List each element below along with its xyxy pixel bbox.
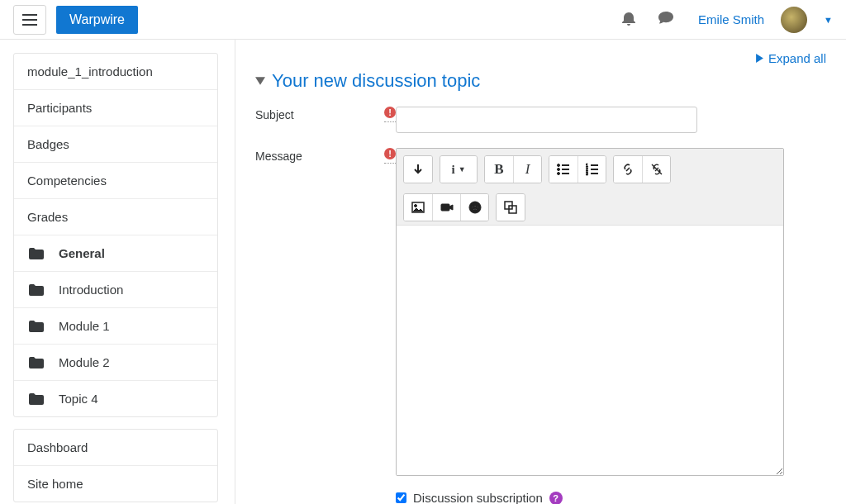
sidebar-item-module-intro[interactable]: module_1_introduction bbox=[14, 54, 217, 90]
user-name-link[interactable]: Emile Smith bbox=[698, 12, 764, 26]
toolbar-paragraph-dropdown[interactable]: i▼ bbox=[440, 156, 477, 183]
bullet-list-icon bbox=[557, 163, 570, 176]
nav-label: Introduction bbox=[59, 283, 123, 297]
chevron-down-icon bbox=[255, 76, 265, 86]
unlink-icon bbox=[650, 163, 663, 176]
section-toggle[interactable]: Your new discussion topic bbox=[255, 70, 826, 92]
info-icon: i bbox=[451, 163, 454, 177]
sidebar-item-topic-4[interactable]: Topic 4 bbox=[14, 381, 217, 416]
toolbar-warpwire-button[interactable]: W bbox=[460, 194, 488, 221]
nav-label: General bbox=[59, 246, 105, 260]
toolbar-embed-button[interactable] bbox=[497, 194, 525, 221]
folder-icon bbox=[29, 321, 44, 332]
toolbar-video-button[interactable] bbox=[432, 194, 460, 221]
svg-point-4 bbox=[558, 164, 560, 167]
italic-icon: I bbox=[525, 161, 530, 178]
nav-label: Module 2 bbox=[59, 355, 110, 369]
sidebar-item-grades[interactable]: Grades bbox=[14, 199, 217, 235]
editor-toolbar: i▼ B I 123 bbox=[397, 149, 783, 226]
sidebar-item-module-1[interactable]: Module 1 bbox=[14, 308, 217, 345]
folder-icon bbox=[29, 393, 44, 405]
hamburger-button[interactable] bbox=[13, 5, 46, 35]
avatar[interactable] bbox=[781, 7, 807, 33]
svg-rect-12 bbox=[441, 204, 449, 211]
subject-label: Subject bbox=[255, 108, 384, 121]
folder-icon bbox=[29, 284, 44, 296]
course-nav-panel: module_1_introduction Participants Badge… bbox=[13, 53, 218, 417]
toolbar-number-list-button[interactable]: 123 bbox=[577, 156, 606, 183]
sidebar-item-dashboard[interactable]: Dashboard bbox=[14, 430, 217, 466]
folder-icon bbox=[29, 248, 44, 259]
help-icon[interactable]: ? bbox=[549, 492, 563, 505]
image-icon bbox=[411, 201, 425, 214]
nav-label: Participants bbox=[27, 101, 92, 115]
nav-label: Module 1 bbox=[59, 319, 110, 333]
menu-icon bbox=[22, 14, 37, 26]
sidebar-item-badges[interactable]: Badges bbox=[14, 126, 217, 163]
expand-all-label: Expand all bbox=[768, 51, 826, 65]
nav-label: Topic 4 bbox=[59, 392, 98, 406]
sidebar-item-competencies[interactable]: Competencies bbox=[14, 163, 217, 199]
svg-text:W: W bbox=[472, 204, 478, 212]
subject-input[interactable] bbox=[396, 107, 697, 133]
toolbar-link-button[interactable] bbox=[614, 156, 642, 183]
section-title: Your new discussion topic bbox=[272, 70, 480, 92]
user-menu-caret[interactable]: ▼ bbox=[824, 15, 833, 25]
nav-label: module_1_introduction bbox=[27, 64, 153, 78]
svg-point-11 bbox=[415, 205, 417, 207]
embed-icon bbox=[504, 201, 517, 214]
toolbar-image-button[interactable] bbox=[404, 194, 432, 221]
expand-all-link[interactable]: Expand all bbox=[756, 51, 826, 65]
notifications-icon[interactable] bbox=[622, 11, 635, 28]
warpwire-icon: W bbox=[468, 201, 482, 214]
nav-label: Badges bbox=[27, 137, 69, 151]
chevron-right-icon bbox=[756, 54, 763, 63]
sidebar-item-site-home[interactable]: Site home bbox=[14, 466, 217, 502]
number-list-icon: 123 bbox=[586, 163, 599, 176]
link-icon bbox=[621, 163, 634, 176]
main-content: Expand all Your new discussion topic Sub… bbox=[235, 40, 846, 504]
svg-text:!: ! bbox=[388, 149, 392, 159]
discussion-subscription-checkbox[interactable] bbox=[396, 492, 406, 503]
folder-icon bbox=[29, 357, 44, 368]
discussion-subscription-label: Discussion subscription bbox=[413, 491, 543, 504]
toolbar-bold-button[interactable]: B bbox=[485, 156, 513, 183]
nav-label: Grades bbox=[27, 210, 68, 224]
video-icon bbox=[440, 201, 454, 214]
site-nav-panel: Dashboard Site home bbox=[13, 429, 218, 502]
nav-label: Competencies bbox=[27, 174, 107, 188]
sidebar-item-module-2[interactable]: Module 2 bbox=[14, 345, 217, 381]
message-label: Message bbox=[255, 150, 384, 163]
nav-label: Site home bbox=[27, 477, 83, 491]
sidebar: module_1_introduction Participants Badge… bbox=[0, 40, 231, 504]
caret-down-icon: ▼ bbox=[459, 165, 466, 174]
messages-icon[interactable] bbox=[658, 12, 673, 27]
message-editor: i▼ B I 123 bbox=[396, 148, 784, 476]
required-icon: ! bbox=[384, 107, 396, 118]
svg-point-6 bbox=[558, 173, 560, 175]
sidebar-item-general[interactable]: General bbox=[14, 235, 217, 272]
bold-icon: B bbox=[494, 161, 503, 178]
arrow-down-icon bbox=[411, 163, 425, 176]
sidebar-item-participants[interactable]: Participants bbox=[14, 90, 217, 126]
required-icon: ! bbox=[384, 148, 396, 159]
toolbar-italic-button[interactable]: I bbox=[513, 156, 541, 183]
message-textarea[interactable] bbox=[397, 226, 783, 475]
sidebar-item-introduction[interactable]: Introduction bbox=[14, 272, 217, 308]
toolbar-expand-button[interactable] bbox=[404, 156, 432, 183]
brand-button[interactable]: Warpwire bbox=[56, 6, 138, 34]
nav-label: Dashboard bbox=[27, 440, 88, 454]
toolbar-bullet-list-button[interactable] bbox=[549, 156, 577, 183]
svg-text:!: ! bbox=[388, 107, 392, 117]
svg-text:3: 3 bbox=[586, 171, 588, 176]
toolbar-unlink-button[interactable] bbox=[642, 156, 670, 183]
svg-point-5 bbox=[558, 169, 560, 171]
